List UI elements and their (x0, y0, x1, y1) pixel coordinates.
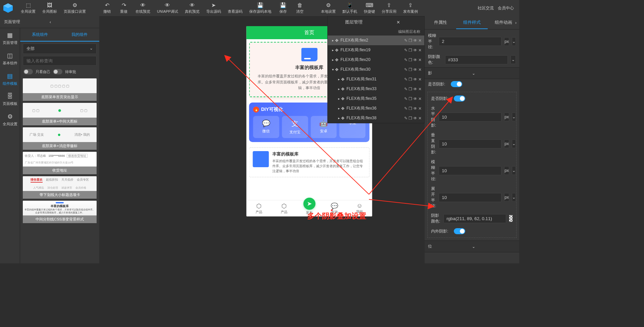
tabbar-产品[interactable]: ⬡产品 (247, 202, 272, 215)
tabbar-我的[interactable]: ☺我的 (347, 202, 372, 215)
template-card[interactable]: ▢ ▢ ● ▢ ▢底部菜单+中间大图标 (23, 103, 97, 125)
blur2-input[interactable] (439, 166, 501, 175)
move-icon[interactable]: ✥ (341, 96, 346, 101)
edit-icon[interactable]: ✎ (404, 38, 408, 43)
move-icon[interactable]: ✥ (341, 87, 346, 91)
toolbar-UNIAPP调试[interactable]: 👁UNIAPP调试 (154, 1, 181, 15)
toolbar-页面接口设置[interactable]: ⚙页面接口设置 (60, 1, 89, 15)
delete-icon[interactable]: ✕ (418, 87, 422, 91)
toolbar-本地设置[interactable]: ⚙本地设置 (318, 1, 339, 15)
expand-icon[interactable]: ▸ (336, 87, 341, 91)
template-card[interactable]: 丰富的模板库丰富的组件覆盖开发过程的各个需求，开发者可以随意组合组件库。众多常用… (23, 201, 97, 223)
section-position[interactable]: 位 ⌄ (425, 241, 519, 252)
collapse-right-icon[interactable]: › (513, 18, 519, 27)
blur-radius-unit[interactable]: px (504, 37, 509, 46)
toolbar-重做[interactable]: ↷重做 (115, 1, 132, 15)
toolbar-全局设置[interactable]: ⬚全局设置 (17, 1, 39, 15)
move-icon[interactable]: ✥ (341, 77, 346, 82)
layer-row[interactable]: ▾✥FLEX布局:flex30✎❐👁✕ (328, 65, 424, 74)
toolbar-默认手机[interactable]: 📱默认手机 (339, 1, 361, 15)
edit-icon[interactable]: ✎ (404, 67, 408, 72)
spread-input[interactable] (439, 193, 501, 202)
expand-icon[interactable]: ▸ (336, 97, 341, 101)
copy-icon[interactable]: ❐ (409, 67, 412, 72)
eye-icon[interactable]: 👁 (413, 87, 417, 91)
delete-icon[interactable]: ✕ (418, 106, 422, 111)
is-shadow-switch[interactable] (451, 81, 462, 87)
layer-row[interactable]: ▸✥FLEX布局:flex2✎❐👁✕ (328, 36, 424, 45)
v-shadow-input[interactable] (439, 139, 501, 148)
rail-基本组件[interactable]: ◫基本组件 (0, 49, 20, 69)
eye-icon[interactable]: 👁 (413, 106, 417, 111)
link-会员中心[interactable]: 会员中心 (498, 5, 514, 11)
toolbar-撤销[interactable]: ↶撤销 (99, 1, 115, 15)
copy-icon[interactable]: ❐ (409, 58, 412, 62)
chevron-down-icon[interactable]: ⌄ (512, 139, 516, 148)
link-社区交流[interactable]: 社区交流 (478, 5, 494, 11)
delete-icon[interactable]: ✕ (418, 38, 422, 43)
toggle-own[interactable] (23, 69, 33, 74)
copy-icon[interactable]: ❐ (409, 38, 412, 43)
move-icon[interactable]: ✥ (341, 106, 346, 111)
eye-icon[interactable]: 👁 (413, 77, 417, 82)
rail-页面模板[interactable]: 🗄页面模板 (0, 89, 20, 110)
diy-cell-支付宝[interactable]: 支支付宝 (282, 116, 308, 138)
layer-row[interactable]: ▸✥FLEX布局:flex31✎❐👁✕ (328, 74, 424, 84)
rail-页面管理[interactable]: ▦页面管理 (0, 28, 20, 49)
delete-icon[interactable]: ✕ (418, 67, 422, 72)
eye-icon[interactable]: 👁 (413, 67, 417, 72)
tab-component-props[interactable]: 件属性 (425, 16, 456, 29)
tab-component-style[interactable]: 组件样式 (456, 16, 488, 29)
is-shadow2-switch[interactable] (454, 95, 465, 102)
eye-icon[interactable]: 👁 (413, 48, 417, 53)
rail-全局设置[interactable]: ⚙全局设置 (0, 110, 20, 130)
section-shadow[interactable]: 影 ⌄ (425, 67, 519, 79)
collapse-left-icon[interactable]: ‹ (50, 20, 95, 24)
edit-icon[interactable]: ✎ (404, 77, 408, 82)
copy-icon[interactable]: ❐ (409, 116, 412, 121)
blur2-unit[interactable]: px (504, 166, 509, 175)
chevron-down-icon[interactable]: ⌄ (512, 37, 516, 46)
color-swatch[interactable] (509, 215, 513, 222)
layer-row[interactable]: ▸✥FLEX布局:flex33✎❐👁✕ (328, 84, 424, 94)
tabbar-产品[interactable]: ⬡产品 (272, 202, 297, 215)
shadow2-color-input[interactable] (443, 214, 506, 223)
chevron-down-icon[interactable]: ⌄ (512, 113, 516, 121)
eye-icon[interactable]: 👁 (413, 38, 417, 43)
layer-row[interactable]: ▸✥FLEX布局:flex19✎❐👁✕ (328, 45, 424, 55)
edit-icon[interactable]: ✎ (404, 96, 408, 101)
toolbar-真机预览[interactable]: 👁真机预览 (181, 1, 203, 15)
inout-shadow-switch[interactable] (454, 228, 465, 234)
toolbar-全局图标[interactable]: 🖼全局图标 (39, 1, 60, 15)
edit-icon[interactable]: ✎ (404, 87, 408, 91)
toolbar-清空[interactable]: 🗑清空 (291, 1, 308, 15)
copy-icon[interactable]: ❐ (409, 106, 412, 111)
copy-icon[interactable]: ❐ (409, 87, 412, 91)
close-icon[interactable]: ✕ (376, 20, 420, 25)
move-icon[interactable]: ✥ (335, 48, 340, 53)
tabbar-咨询[interactable]: 💬咨询 (322, 202, 347, 215)
chevron-down-icon[interactable]: ⌄ (511, 55, 516, 64)
template-card[interactable]: 收货人：邓志峰 159****6666 修改收货地址广东省广州市黄埔区科学城科学… (23, 152, 97, 174)
delete-icon[interactable]: ✕ (418, 48, 422, 53)
toolbar-查看源码[interactable]: 查看源码 (224, 1, 246, 15)
chevron-down-icon[interactable]: ⌄ (512, 166, 516, 175)
spread-unit[interactable]: px (504, 193, 509, 202)
v-shadow-unit[interactable]: px (504, 139, 509, 148)
edit-icon[interactable]: ✎ (404, 106, 408, 111)
h-shadow-unit[interactable]: px (504, 113, 509, 121)
expand-icon[interactable]: ▸ (336, 116, 341, 120)
copy-icon[interactable]: ❐ (409, 96, 412, 101)
expand-icon[interactable]: ▸ (330, 48, 335, 52)
template-card[interactable]: ▢ ▢ ▢ ▢ ▢底部菜单首页突出显示 (23, 78, 97, 101)
edit-icon[interactable]: ✎ (404, 58, 408, 62)
toolbar-分享应用[interactable]: ⇪分享应用 (378, 1, 400, 15)
tab-my-components[interactable]: 我的组件 (60, 28, 99, 42)
delete-icon[interactable]: ✕ (418, 77, 422, 82)
copy-icon[interactable]: ❐ (409, 77, 412, 82)
card-template-small[interactable]: 丰富的模板库 丰富的组件覆盖开发过程的各个需求，开发者可以随意组合组件库。众多常… (249, 147, 370, 177)
template-card[interactable]: 广场 交友 ● 消息• 我的底部菜单+消息带徽标 (23, 127, 97, 150)
toolbar-发布案例[interactable]: ⇪发布案例 (400, 1, 421, 15)
copy-icon[interactable]: ❐ (409, 48, 412, 53)
move-icon[interactable]: ✥ (335, 67, 340, 72)
